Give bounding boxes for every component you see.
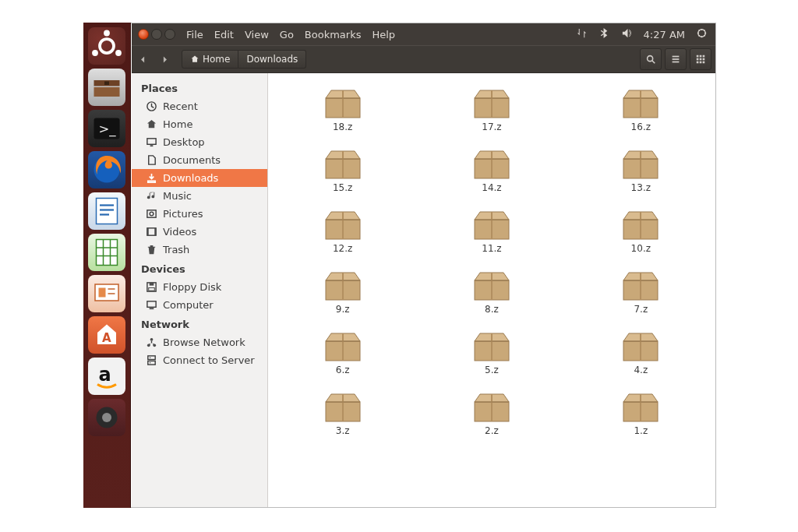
package-icon [323,87,362,118]
view-grid-button[interactable] [690,48,711,70]
svg-rect-41 [700,62,702,64]
sidebar: PlacesRecentHomeDesktopDocumentsDownload… [132,73,268,507]
sidebar-item-documents[interactable]: Documents [132,151,267,169]
launcher-firefox[interactable] [88,151,125,188]
file-name: 15.z [333,182,352,193]
sidebar-item-pictures[interactable]: Pictures [132,205,267,223]
file-item[interactable]: 5.z [472,330,511,375]
file-name: 8.z [485,304,499,315]
launcher-settings[interactable] [88,399,125,436]
file-item[interactable]: 6.z [323,330,362,375]
package-icon [621,87,660,118]
file-item[interactable]: 13.z [621,148,660,193]
svg-rect-34 [697,55,699,58]
bluetooth-indicator-icon[interactable] [598,27,610,41]
sidebar-item-connect-to-server[interactable]: Connect to Server [132,351,267,369]
file-name: 7.z [634,304,648,315]
breadcrumb-current[interactable]: Downloads [238,50,306,69]
sidebar-item-computer[interactable]: Computer [132,296,267,314]
sidebar-heading: Devices [132,259,267,278]
sidebar-item-label: Home [163,118,192,130]
file-name: 4.z [634,365,648,375]
view-list-button[interactable] [665,48,687,70]
file-item[interactable]: 4.z [621,330,660,375]
launcher-files[interactable] [88,69,125,106]
file-item[interactable]: 16.z [621,87,660,132]
file-item[interactable]: 17.z [472,87,511,132]
launcher-calc[interactable] [88,234,125,271]
pictures-icon [146,208,157,220]
global-menubar: File Edit View Go Bookmarks Help 4:27 AM [132,23,715,45]
file-name: 9.z [336,304,350,315]
svg-point-3 [115,50,122,56]
file-item[interactable]: 2.z [472,391,511,436]
file-item[interactable]: 10.z [621,209,660,254]
nav-back-button[interactable] [132,48,154,70]
session-indicator-icon[interactable] [696,27,708,41]
sidebar-item-trash[interactable]: Trash [132,241,267,259]
volume-indicator-icon[interactable] [621,27,633,41]
sidebar-item-recent[interactable]: Recent [132,97,267,115]
launcher-impress[interactable] [88,275,125,312]
file-item[interactable]: 14.z [472,148,511,193]
menu-bookmarks[interactable]: Bookmarks [305,29,362,41]
file-item[interactable]: 18.z [323,87,362,132]
svg-rect-39 [703,58,705,61]
sidebar-item-videos[interactable]: Videos [132,223,267,241]
sidebar-item-music[interactable]: Music [132,187,267,205]
file-item[interactable]: 7.z [621,270,660,315]
svg-rect-36 [703,55,705,58]
svg-rect-32 [673,58,680,60]
breadcrumb-home[interactable]: Home [182,50,238,69]
file-name: 5.z [485,365,499,375]
file-item[interactable]: 11.z [472,209,511,254]
window-maximize-button[interactable] [164,29,175,40]
sidebar-item-home[interactable]: Home [132,115,267,133]
file-name: 12.z [333,243,352,254]
breadcrumb-current-label: Downloads [246,54,298,65]
file-item[interactable]: 8.z [472,270,511,315]
window-close-button[interactable] [138,29,149,40]
svg-rect-10 [97,199,118,224]
nav-forward-button[interactable] [154,48,175,70]
package-icon [472,391,511,422]
file-item[interactable]: 15.z [323,148,362,193]
launcher-writer[interactable] [88,192,125,230]
launcher-amazon[interactable]: a [88,358,125,395]
file-pane[interactable]: 18.z17.z16.z15.z14.z13.z12.z11.z10.z9.z8… [268,73,715,507]
file-item[interactable]: 9.z [323,270,362,315]
menu-view[interactable]: View [245,29,269,41]
file-name: 14.z [482,182,501,193]
search-button[interactable] [640,48,662,70]
file-name: 6.z [336,365,350,375]
svg-rect-14 [97,240,118,266]
sidebar-item-label: Browse Network [163,336,245,348]
file-item[interactable]: 12.z [323,209,362,254]
file-name: 13.z [631,182,651,193]
sidebar-item-browse-network[interactable]: Browse Network [132,333,267,351]
launcher-dash[interactable] [88,27,125,65]
window-minimize-button[interactable] [151,29,162,40]
network-indicator-icon[interactable] [576,27,588,41]
file-item[interactable]: 1.z [621,391,660,436]
sidebar-item-desktop[interactable]: Desktop [132,133,267,151]
sidebar-item-downloads[interactable]: Downloads [132,169,267,187]
svg-rect-35 [700,55,702,58]
clock-indicator[interactable]: 4:27 AM [644,29,685,41]
svg-rect-38 [700,58,702,61]
package-icon [472,270,511,301]
launcher-software-center[interactable]: A [88,316,125,354]
file-name: 16.z [631,122,651,132]
sidebar-heading: Places [132,78,267,97]
menu-file[interactable]: File [186,29,203,41]
svg-rect-5 [94,87,120,97]
menu-help[interactable]: Help [372,29,395,41]
launcher-terminal[interactable]: >_ [88,110,125,147]
menu-go[interactable]: Go [280,29,294,41]
sidebar-item-floppy-disk[interactable]: Floppy Disk [132,278,267,296]
sidebar-item-label: Desktop [163,136,205,148]
document-icon [146,154,157,166]
menu-edit[interactable]: Edit [214,29,234,41]
svg-point-27 [102,413,111,422]
file-item[interactable]: 3.z [323,391,362,436]
